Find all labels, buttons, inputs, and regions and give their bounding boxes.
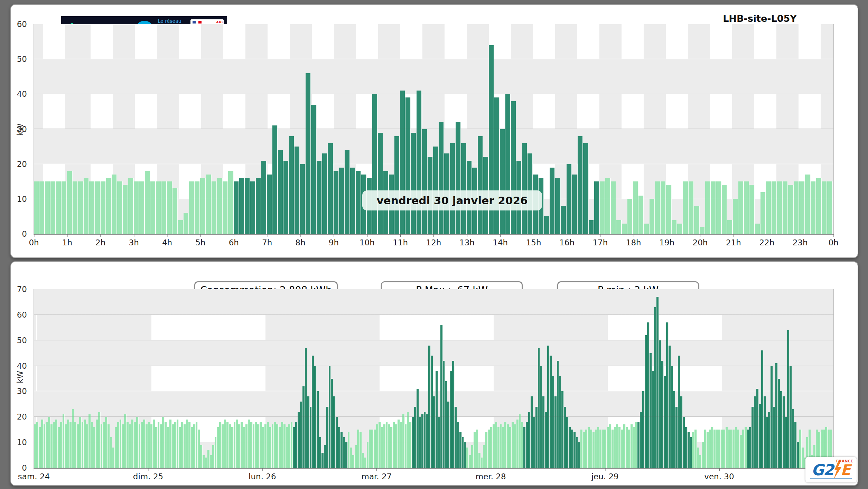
bar xyxy=(95,181,101,234)
bar xyxy=(718,430,721,468)
week-power-chart[interactable]: 010203040506070 sam. 24dim. 25lun. 26mar… xyxy=(34,289,834,469)
x-tick-label: dim. 25 xyxy=(133,472,163,481)
bar xyxy=(200,445,203,468)
bar xyxy=(293,427,295,468)
bar xyxy=(659,340,661,468)
bar xyxy=(474,432,476,468)
bar xyxy=(645,335,647,468)
bar xyxy=(462,437,464,468)
bar xyxy=(771,366,773,468)
bar xyxy=(600,181,605,234)
bar xyxy=(193,424,196,468)
bar xyxy=(650,199,655,234)
bar xyxy=(234,181,239,234)
bar xyxy=(145,171,150,234)
bar xyxy=(196,422,198,468)
bar xyxy=(621,430,623,468)
bar xyxy=(79,417,82,468)
y-tick-label: 60 xyxy=(17,310,27,319)
bar xyxy=(207,450,210,468)
bar xyxy=(302,386,305,468)
bar xyxy=(376,424,379,468)
bar xyxy=(788,185,794,234)
bar xyxy=(184,424,186,468)
bar xyxy=(203,455,205,468)
bar xyxy=(544,216,550,234)
bar xyxy=(655,181,661,234)
bar xyxy=(694,430,697,468)
bar xyxy=(264,424,267,468)
bar xyxy=(411,133,417,234)
x-tick-label: jeu. 29 xyxy=(591,472,619,481)
bar xyxy=(692,432,694,468)
y-tick-label: 10 xyxy=(17,438,27,447)
bar xyxy=(711,427,713,468)
bar xyxy=(281,422,283,468)
bar xyxy=(469,455,471,468)
bar xyxy=(110,437,112,468)
bar xyxy=(56,181,62,234)
x-tick-label: 18h xyxy=(626,238,641,247)
bar xyxy=(526,422,528,468)
bar xyxy=(673,391,675,468)
bar xyxy=(372,94,378,234)
x-tick-label: 3h xyxy=(129,238,139,247)
bar xyxy=(188,422,191,468)
bar xyxy=(783,181,788,234)
bar xyxy=(343,437,345,468)
x-tick-label: 1h xyxy=(62,238,72,247)
bar xyxy=(766,417,768,468)
bar xyxy=(269,427,272,468)
x-tick-label: 23h xyxy=(793,238,808,247)
bar xyxy=(744,181,749,234)
bar xyxy=(502,427,504,468)
bar xyxy=(74,422,77,468)
bar xyxy=(158,422,160,468)
bar xyxy=(300,402,302,468)
bar xyxy=(522,143,528,234)
week-x-axis: sam. 24dim. 25lun. 26mar. 27mer. 28jeu. … xyxy=(34,468,833,484)
bar xyxy=(305,348,307,468)
bar xyxy=(229,424,231,468)
bar xyxy=(405,424,407,468)
bar xyxy=(105,417,108,468)
bar xyxy=(212,181,217,234)
bar xyxy=(572,175,578,234)
x-tick-label: 7h xyxy=(262,238,272,247)
bar xyxy=(417,91,422,234)
bar xyxy=(650,353,652,468)
bar xyxy=(136,417,139,468)
bar xyxy=(561,206,566,234)
g2e-logo[interactable]: G2 E FRANCE xyxy=(805,457,857,482)
bar xyxy=(552,376,554,468)
bar xyxy=(65,424,67,468)
bar xyxy=(400,91,405,234)
bar xyxy=(34,181,39,234)
y-tick-label: 40 xyxy=(17,90,27,98)
bar xyxy=(656,297,659,468)
bar xyxy=(661,361,664,468)
bar xyxy=(374,430,376,468)
bar xyxy=(394,136,400,234)
bar xyxy=(34,424,36,468)
bar xyxy=(139,424,141,468)
week-chart-bars xyxy=(34,289,833,468)
site-title: LHB-site-L05Y xyxy=(689,13,830,24)
bar xyxy=(319,437,321,468)
bar xyxy=(73,181,78,234)
bar xyxy=(379,422,381,468)
bar xyxy=(409,422,412,468)
bar xyxy=(350,448,352,468)
dashboard: { "page": {"background_color": "#6e6e6e"… xyxy=(0,0,868,489)
bar xyxy=(483,445,485,468)
bar xyxy=(627,199,633,234)
y-tick-label: 30 xyxy=(17,387,27,396)
bar xyxy=(267,422,269,468)
bar xyxy=(298,412,300,468)
bar xyxy=(333,396,336,468)
bar xyxy=(571,430,573,468)
x-tick-label: 2h xyxy=(95,238,105,247)
bar xyxy=(340,432,343,468)
bar xyxy=(721,430,723,468)
bar xyxy=(607,427,609,468)
